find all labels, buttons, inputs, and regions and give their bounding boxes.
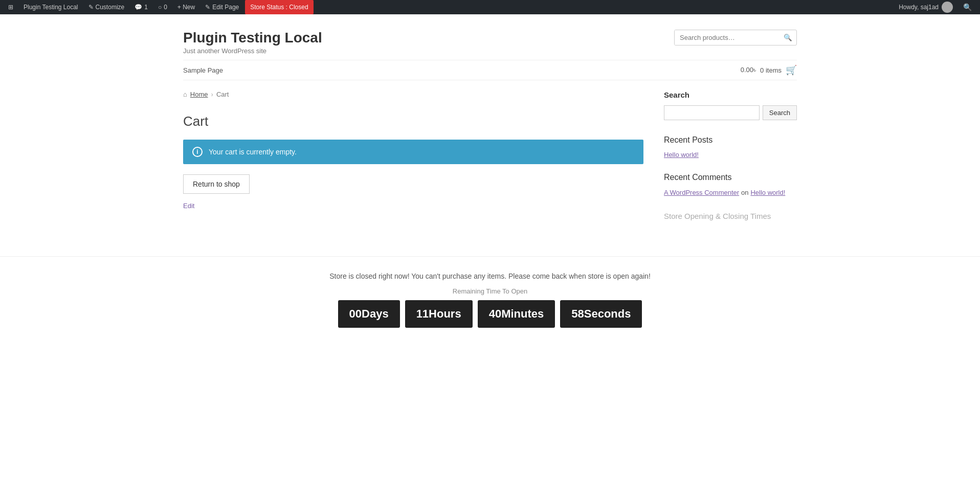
page-wrapper: Plugin Testing Local Just another WordPr…	[0, 14, 980, 496]
edit-icon: ✎	[205, 4, 210, 11]
admin-bubble[interactable]: ○ 0	[154, 0, 171, 14]
recent-posts-title: Recent Posts	[664, 136, 797, 145]
store-status-button[interactable]: Store Status : Closed	[245, 0, 313, 14]
sidebar-store-times-section: Store Opening & Closing Times	[664, 211, 797, 221]
admin-new[interactable]: + New	[173, 0, 199, 14]
cart-info[interactable]: 0.00৳ 0 items 🛒	[741, 64, 797, 76]
content-area: ⌂ Home › Cart Cart i Your cart is curren…	[183, 80, 797, 256]
edit-link[interactable]: Edit	[183, 202, 643, 210]
footer-banner: Store is closed right now! You can't pur…	[0, 256, 980, 343]
sidebar-recent-posts-section: Recent Posts Hello world!	[664, 136, 797, 159]
countdown-unit-days: 00Days	[338, 300, 400, 328]
wp-logo-icon: ⊞	[8, 4, 13, 11]
admin-comments[interactable]: 💬 1	[130, 0, 152, 14]
pencil-icon: ✎	[88, 4, 94, 11]
recent-post-hello-world[interactable]: Hello world!	[664, 151, 797, 159]
site-tagline: Just another WordPress site	[183, 47, 322, 55]
admin-edit-page[interactable]: ✎ Edit Page	[201, 0, 243, 14]
cart-notice: i Your cart is currently empty.	[183, 140, 643, 164]
howdy-section: Howdy, saj1ad	[895, 2, 957, 13]
nav-sample-page[interactable]: Sample Page	[183, 66, 223, 74]
search-products-form: 🔍	[674, 30, 797, 46]
breadcrumb: ⌂ Home › Cart	[183, 91, 643, 98]
breadcrumb-separator: ›	[211, 91, 213, 98]
admin-search-icon[interactable]: 🔍	[959, 3, 976, 11]
sidebar-search-section: Search Search	[664, 91, 797, 120]
cart-notice-text: Your cart is currently empty.	[209, 148, 297, 156]
sidebar-search-button[interactable]: Search	[763, 105, 797, 120]
recent-comments-title: Recent Comments	[664, 173, 797, 182]
search-icon: 🔍	[784, 34, 792, 41]
avatar	[942, 2, 953, 13]
cart-title: Cart	[183, 114, 643, 129]
countdown-unit-minutes: 40Minutes	[478, 300, 555, 328]
breadcrumb-home-link[interactable]: Home	[190, 91, 208, 98]
comment-icon: 💬	[135, 4, 142, 11]
remaining-time-label: Remaining Time To Open	[10, 287, 970, 295]
bubble-icon: ○	[158, 4, 162, 11]
countdown: 00Days11Hours40Minutes58Seconds	[10, 300, 970, 328]
home-icon: ⌂	[183, 91, 187, 98]
site-branding: Plugin Testing Local Just another WordPr…	[183, 30, 322, 55]
commenter-name-link[interactable]: A WordPress Commenter	[664, 189, 739, 196]
main-content: ⌂ Home › Cart Cart i Your cart is curren…	[183, 91, 643, 236]
search-products-input[interactable]	[675, 30, 779, 45]
store-times-title: Store Opening & Closing Times	[664, 211, 797, 221]
site-title[interactable]: Plugin Testing Local	[183, 30, 322, 46]
sidebar-recent-comments-section: Recent Comments A WordPress Commenter on…	[664, 173, 797, 196]
cart-icon: 🛒	[786, 64, 797, 76]
return-to-shop-button[interactable]: Return to shop	[183, 174, 250, 194]
sidebar-search-input[interactable]	[664, 105, 760, 120]
cart-items-count: 0 items	[760, 66, 782, 74]
sidebar: Search Search Recent Posts Hello world! …	[664, 91, 797, 236]
countdown-unit-seconds: 58Seconds	[560, 300, 642, 328]
recent-comment-item: A WordPress Commenter on Hello world!	[664, 188, 797, 196]
admin-customize[interactable]: ✎ Customize	[84, 0, 129, 14]
nav-links: Sample Page	[183, 66, 223, 74]
sidebar-search-form: Search	[664, 105, 797, 120]
admin-bar: ⊞ Plugin Testing Local ✎ Customize 💬 1 ○…	[0, 0, 980, 14]
info-icon: i	[192, 147, 203, 157]
site-header: Plugin Testing Local Just another WordPr…	[183, 14, 797, 60]
admin-site-name[interactable]: Plugin Testing Local	[19, 0, 82, 14]
sidebar-search-title: Search	[664, 91, 797, 99]
cart-price: 0.00৳	[741, 66, 756, 74]
countdown-unit-hours: 11Hours	[405, 300, 473, 328]
commenter-on-text: on	[741, 189, 748, 196]
footer-banner-text: Store is closed right now! You can't pur…	[10, 272, 970, 280]
search-products-button[interactable]: 🔍	[779, 31, 796, 44]
site-nav: Sample Page 0.00৳ 0 items 🛒	[183, 60, 797, 80]
commenter-post-link[interactable]: Hello world!	[750, 189, 785, 196]
admin-wp-icon[interactable]: ⊞	[4, 0, 17, 14]
breadcrumb-current: Cart	[216, 91, 229, 98]
